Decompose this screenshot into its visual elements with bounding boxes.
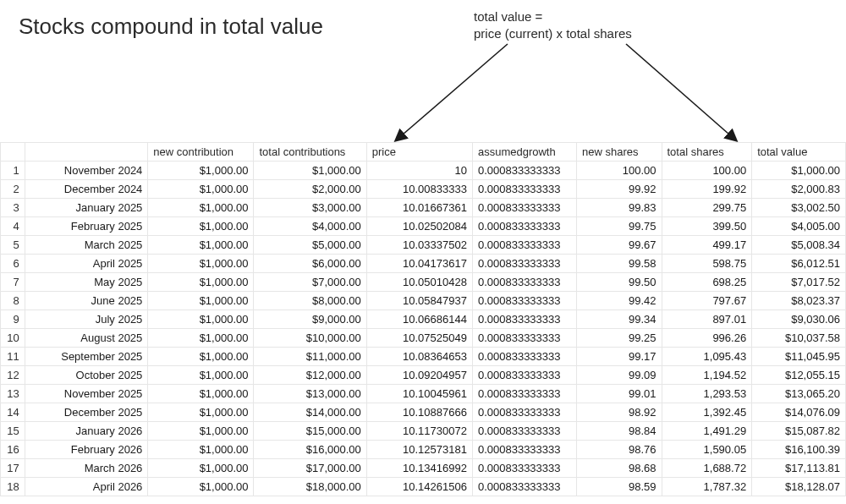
cell-rownum[interactable]: 9: [1, 310, 25, 329]
cell-assumed-growth[interactable]: 0.000833333333: [472, 199, 576, 217]
cell-total-shares[interactable]: 1,787.32: [662, 478, 752, 496]
cell-month[interactable]: March 2026: [25, 459, 148, 478]
cell-new-contribution[interactable]: $1,000.00: [148, 403, 254, 422]
cell-price[interactable]: 10.06686144: [366, 310, 472, 329]
cell-total-shares[interactable]: 1,392.45: [662, 403, 752, 422]
cell-month[interactable]: November 2025: [25, 385, 148, 403]
cell-new-shares[interactable]: 98.92: [577, 403, 662, 422]
cell-new-contribution[interactable]: $1,000.00: [148, 236, 254, 255]
cell-month[interactable]: January 2026: [25, 422, 148, 441]
cell-month[interactable]: February 2025: [25, 217, 148, 236]
cell-total-contributions[interactable]: $6,000.00: [254, 255, 366, 273]
cell-total-contributions[interactable]: $8,000.00: [254, 292, 366, 310]
cell-month[interactable]: August 2025: [25, 329, 148, 348]
cell-rownum[interactable]: 10: [1, 329, 25, 348]
cell-new-shares[interactable]: 99.42: [577, 292, 662, 310]
cell-price[interactable]: 10.07525049: [366, 329, 472, 348]
cell-assumed-growth[interactable]: 0.000833333333: [472, 478, 576, 496]
cell-price[interactable]: 10.01667361: [366, 199, 472, 217]
cell-total-shares[interactable]: 897.01: [662, 310, 752, 329]
cell-total-value[interactable]: $9,030.06: [752, 310, 846, 329]
cell-price[interactable]: 10: [366, 162, 472, 180]
cell-total-contributions[interactable]: $13,000.00: [254, 385, 366, 403]
cell-total-contributions[interactable]: $4,000.00: [254, 217, 366, 236]
cell-new-shares[interactable]: 98.84: [577, 422, 662, 441]
cell-assumed-growth[interactable]: 0.000833333333: [472, 441, 576, 459]
cell-price[interactable]: 10.05847937: [366, 292, 472, 310]
cell-new-shares[interactable]: 99.34: [577, 310, 662, 329]
cell-price[interactable]: 10.05010428: [366, 273, 472, 292]
cell-month[interactable]: December 2024: [25, 180, 148, 199]
cell-rownum[interactable]: 13: [1, 385, 25, 403]
cell-rownum[interactable]: 12: [1, 366, 25, 385]
cell-assumed-growth[interactable]: 0.000833333333: [472, 403, 576, 422]
cell-total-shares[interactable]: 100.00: [662, 162, 752, 180]
cell-total-value[interactable]: $11,045.95: [752, 348, 846, 366]
cell-total-value[interactable]: $7,017.52: [752, 273, 846, 292]
cell-price[interactable]: 10.04173617: [366, 255, 472, 273]
cell-new-contribution[interactable]: $1,000.00: [148, 217, 254, 236]
cell-total-value[interactable]: $15,087.82: [752, 422, 846, 441]
cell-rownum[interactable]: 1: [1, 162, 25, 180]
cell-total-contributions[interactable]: $11,000.00: [254, 348, 366, 366]
cell-price[interactable]: 10.08364653: [366, 348, 472, 366]
cell-new-contribution[interactable]: $1,000.00: [148, 329, 254, 348]
cell-total-contributions[interactable]: $15,000.00: [254, 422, 366, 441]
cell-new-contribution[interactable]: $1,000.00: [148, 273, 254, 292]
cell-total-value[interactable]: $3,002.50: [752, 199, 846, 217]
cell-total-contributions[interactable]: $9,000.00: [254, 310, 366, 329]
cell-total-value[interactable]: $18,128.07: [752, 478, 846, 496]
cell-total-value[interactable]: $17,113.81: [752, 459, 846, 478]
cell-total-shares[interactable]: 598.75: [662, 255, 752, 273]
cell-assumed-growth[interactable]: 0.000833333333: [472, 162, 576, 180]
cell-total-value[interactable]: $4,005.00: [752, 217, 846, 236]
cell-total-value[interactable]: $8,023.37: [752, 292, 846, 310]
cell-month[interactable]: February 2026: [25, 441, 148, 459]
cell-total-value[interactable]: $13,065.20: [752, 385, 846, 403]
cell-rownum[interactable]: 17: [1, 459, 25, 478]
cell-total-shares[interactable]: 1,194.52: [662, 366, 752, 385]
cell-new-shares[interactable]: 99.01: [577, 385, 662, 403]
cell-month[interactable]: April 2026: [25, 478, 148, 496]
cell-price[interactable]: 10.13416992: [366, 459, 472, 478]
cell-new-contribution[interactable]: $1,000.00: [148, 422, 254, 441]
cell-new-shares[interactable]: 99.75: [577, 217, 662, 236]
cell-assumed-growth[interactable]: 0.000833333333: [472, 255, 576, 273]
cell-total-value[interactable]: $12,055.15: [752, 366, 846, 385]
cell-new-shares[interactable]: 99.67: [577, 236, 662, 255]
cell-month[interactable]: May 2025: [25, 273, 148, 292]
cell-price[interactable]: 10.00833333: [366, 180, 472, 199]
cell-total-contributions[interactable]: $14,000.00: [254, 403, 366, 422]
cell-assumed-growth[interactable]: 0.000833333333: [472, 366, 576, 385]
cell-assumed-growth[interactable]: 0.000833333333: [472, 292, 576, 310]
cell-total-contributions[interactable]: $7,000.00: [254, 273, 366, 292]
cell-month[interactable]: November 2024: [25, 162, 148, 180]
cell-assumed-growth[interactable]: 0.000833333333: [472, 348, 576, 366]
cell-total-shares[interactable]: 1,491.29: [662, 422, 752, 441]
cell-total-value[interactable]: $10,037.58: [752, 329, 846, 348]
cell-new-shares[interactable]: 99.50: [577, 273, 662, 292]
cell-assumed-growth[interactable]: 0.000833333333: [472, 273, 576, 292]
cell-price[interactable]: 10.10887666: [366, 403, 472, 422]
cell-total-contributions[interactable]: $12,000.00: [254, 366, 366, 385]
cell-month[interactable]: July 2025: [25, 310, 148, 329]
cell-rownum[interactable]: 15: [1, 422, 25, 441]
cell-new-shares[interactable]: 99.25: [577, 329, 662, 348]
cell-total-shares[interactable]: 499.17: [662, 236, 752, 255]
cell-new-contribution[interactable]: $1,000.00: [148, 255, 254, 273]
cell-price[interactable]: 10.09204957: [366, 366, 472, 385]
cell-total-shares[interactable]: 698.25: [662, 273, 752, 292]
cell-total-shares[interactable]: 797.67: [662, 292, 752, 310]
cell-total-shares[interactable]: 199.92: [662, 180, 752, 199]
cell-new-shares[interactable]: 98.59: [577, 478, 662, 496]
cell-price[interactable]: 10.11730072: [366, 422, 472, 441]
cell-new-shares[interactable]: 98.76: [577, 441, 662, 459]
cell-new-contribution[interactable]: $1,000.00: [148, 385, 254, 403]
cell-rownum[interactable]: 8: [1, 292, 25, 310]
cell-total-value[interactable]: $6,012.51: [752, 255, 846, 273]
cell-assumed-growth[interactable]: 0.000833333333: [472, 217, 576, 236]
cell-new-shares[interactable]: 99.17: [577, 348, 662, 366]
cell-total-shares[interactable]: 1,590.05: [662, 441, 752, 459]
cell-rownum[interactable]: 3: [1, 199, 25, 217]
cell-total-shares[interactable]: 1,293.53: [662, 385, 752, 403]
